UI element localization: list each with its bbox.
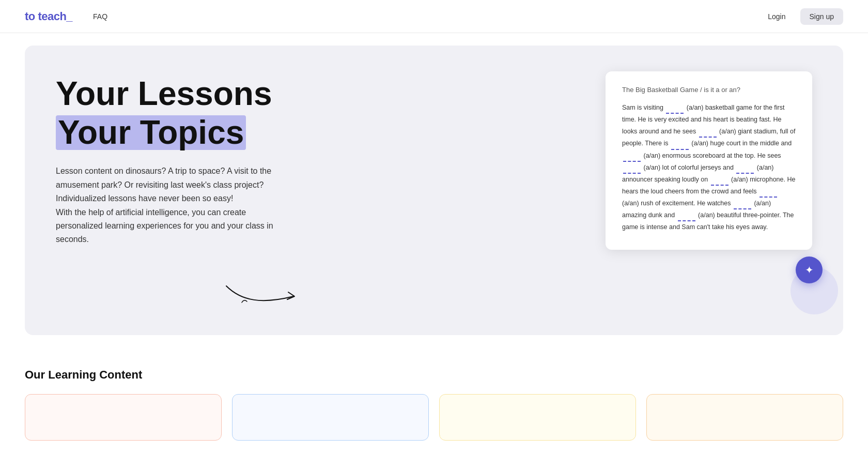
hero-arrow-icon xyxy=(221,276,304,307)
navbar: to teach_ FAQ Login Sign up xyxy=(0,0,868,33)
content-card-4[interactable] xyxy=(646,394,843,441)
content-card-1[interactable] xyxy=(25,394,222,441)
blank-10 xyxy=(678,219,695,221)
hero-section: Your Lessons Your Topics Lesson content … xyxy=(25,46,843,335)
section-title: Our Learning Content xyxy=(25,368,843,382)
blank-6 xyxy=(736,172,754,174)
content-cards-row xyxy=(25,394,843,441)
signup-button[interactable]: Sign up xyxy=(800,8,843,25)
learning-section: Our Learning Content xyxy=(0,348,868,441)
content-card-3[interactable] xyxy=(439,394,636,441)
blank-4 xyxy=(623,160,641,162)
login-button[interactable]: Login xyxy=(762,8,792,25)
hero-description: Lesson content on dinosaurs? A trip to s… xyxy=(56,164,293,246)
hero-title-line2: Your Topics xyxy=(56,115,324,150)
fab-outer: ✦ xyxy=(791,267,838,314)
hero-content: Your Lessons Your Topics Lesson content … xyxy=(56,77,324,247)
card-body: Sam is visiting (a/an) basketball game f… xyxy=(622,102,796,233)
hero-title-highlight: Your Topics xyxy=(56,115,246,150)
magic-icon: ✦ xyxy=(805,264,814,276)
blank-2 xyxy=(699,135,717,138)
blank-3 xyxy=(671,148,689,150)
nav-left: to teach_ FAQ xyxy=(25,10,107,23)
fab-button[interactable]: ✦ xyxy=(796,256,823,283)
nav-faq-link[interactable]: FAQ xyxy=(93,12,107,21)
hero-title-line1: Your Lessons xyxy=(56,77,324,111)
blank-7 xyxy=(711,184,729,186)
blank-5 xyxy=(623,172,641,174)
logo[interactable]: to teach_ xyxy=(25,10,72,23)
blank-8 xyxy=(760,195,777,198)
nav-right: Login Sign up xyxy=(762,8,843,25)
lesson-card: The Big Basketball Game / is it a or an?… xyxy=(606,71,812,250)
content-card-2[interactable] xyxy=(232,394,429,441)
blank-9 xyxy=(734,207,751,209)
blank-1 xyxy=(666,112,684,114)
card-title: The Big Basketball Game / is it a or an? xyxy=(622,86,796,94)
